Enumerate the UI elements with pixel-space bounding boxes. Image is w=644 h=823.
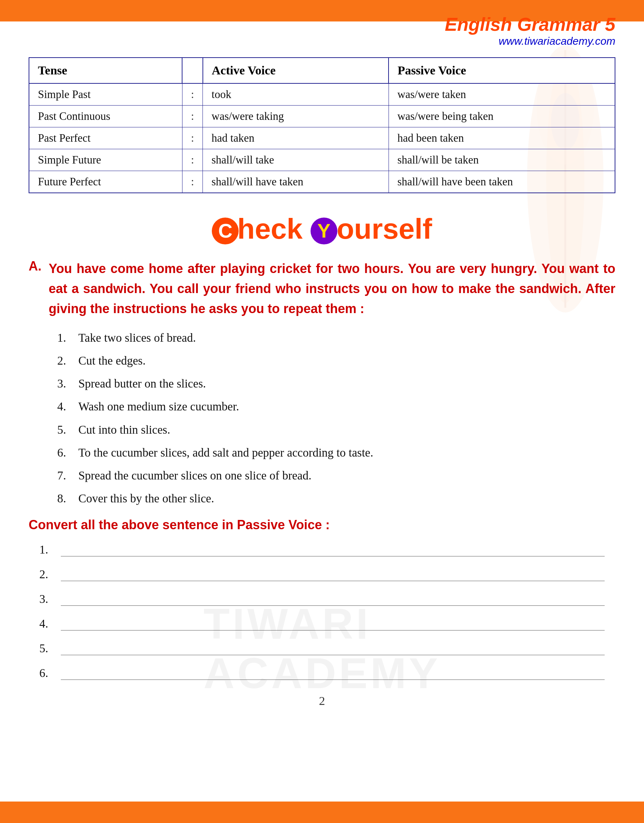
col-active: Active Voice [203, 58, 388, 83]
list-num: 3. [57, 375, 70, 392]
list-item: 5.Cut into thin slices. [57, 421, 615, 438]
website-url: www.tiwariacademy.com [29, 35, 615, 47]
answer-num: 2. [39, 568, 54, 581]
cell-colon: : [182, 106, 203, 127]
col-tense: Tense [29, 58, 182, 83]
answer-line-item: 4. [39, 617, 605, 630]
list-text: Spread butter on the slices. [78, 375, 206, 392]
page-number: 2 [29, 694, 615, 715]
list-item: 8.Cover this by the other slice. [57, 490, 615, 507]
col-passive: Passive Voice [388, 58, 615, 83]
cell-active: took [203, 83, 388, 106]
cell-tense: Simple Past [29, 83, 182, 106]
answer-line-item: 5. [39, 642, 605, 655]
check-ourself: ourself [337, 213, 432, 245]
answer-num: 1. [39, 543, 54, 556]
list-num: 1. [57, 330, 70, 346]
cell-active: was/were taking [203, 106, 388, 127]
answer-line [61, 593, 605, 606]
list-item: 6.To the cucumber slices, add salt and p… [57, 444, 615, 461]
list-text: Take two slices of bread. [78, 330, 196, 346]
cell-tense: Past Continuous [29, 106, 182, 127]
list-num: 5. [57, 421, 70, 438]
check-yourself-heading: Check Yourself [29, 215, 615, 244]
check-y-circle: Y [311, 218, 337, 244]
list-item: 7.Spread the cucumber slices on one slic… [57, 467, 615, 484]
answer-line-item: 3. [39, 593, 605, 606]
cell-colon: : [182, 127, 203, 149]
answer-num: 5. [39, 642, 54, 655]
list-text: Cut into thin slices. [78, 421, 170, 438]
section-a-label: A. [29, 259, 41, 274]
cell-passive: shall/will have been taken [388, 171, 615, 193]
table-row: Simple Past : took was/were taken [29, 83, 615, 106]
cell-colon: : [182, 83, 203, 106]
cell-colon: : [182, 171, 203, 193]
check-c-circle: C [212, 218, 239, 244]
section-a: A. You have come home after playing cric… [29, 259, 615, 319]
answer-num: 3. [39, 593, 54, 606]
list-text: Cover this by the other slice. [78, 490, 214, 507]
cell-tense: Past Perfect [29, 127, 182, 149]
table-row: Past Perfect : had taken had been taken [29, 127, 615, 149]
answer-line [61, 568, 605, 581]
answer-line-item: 6. [39, 667, 605, 680]
list-item: 2.Cut the edges. [57, 352, 615, 369]
cell-passive: had been taken [388, 127, 615, 149]
convert-instruction: Convert all the above sentence in Passiv… [29, 517, 615, 532]
answer-line [61, 642, 605, 655]
list-item: 3.Spread butter on the slices. [57, 375, 615, 392]
list-text: Wash one medium size cucumber. [78, 398, 239, 415]
list-text: To the cucumber slices, add salt and pep… [78, 444, 373, 461]
list-text: Spread the cucumber slices on one slice … [78, 467, 311, 484]
answer-line-item: 1. [39, 543, 605, 556]
cell-passive: was/were taken [388, 83, 615, 106]
cell-tense: Simple Future [29, 149, 182, 171]
section-a-text: You have come home after playing cricket… [49, 259, 615, 319]
list-num: 4. [57, 398, 70, 415]
table-row: Simple Future : shall/will take shall/wi… [29, 149, 615, 171]
list-item: 4.Wash one medium size cucumber. [57, 398, 615, 415]
list-text: Cut the edges. [78, 352, 146, 369]
answer-num: 6. [39, 667, 54, 680]
check-heck: heck [237, 213, 311, 245]
list-item: 1.Take two slices of bread. [57, 330, 615, 346]
answer-line [61, 618, 605, 630]
cell-active: had taken [203, 127, 388, 149]
list-num: 7. [57, 467, 70, 484]
page-header: English Grammar 5 www.tiwariacademy.com [29, 7, 615, 50]
cell-tense: Future Perfect [29, 171, 182, 193]
cell-colon: : [182, 149, 203, 171]
list-num: 2. [57, 352, 70, 369]
answer-num: 4. [39, 617, 54, 630]
cell-passive: shall/will be taken [388, 149, 615, 171]
instructions-list: 1.Take two slices of bread.2.Cut the edg… [57, 330, 615, 507]
list-num: 8. [57, 490, 70, 507]
list-num: 6. [57, 444, 70, 461]
cell-active: shall/will have taken [203, 171, 388, 193]
answer-lines: 1.2.3.4.5.6. [39, 543, 605, 680]
answer-line-item: 2. [39, 568, 605, 581]
cell-passive: was/were being taken [388, 106, 615, 127]
table-row: Future Perfect : shall/will have taken s… [29, 171, 615, 193]
grammar-table: Tense Active Voice Passive Voice Simple … [29, 57, 615, 193]
cell-active: shall/will take [203, 149, 388, 171]
col-spacer [182, 58, 203, 83]
table-row: Past Continuous : was/were taking was/we… [29, 106, 615, 127]
answer-line [61, 544, 605, 556]
answer-line [61, 667, 605, 680]
book-title: English Grammar 5 [29, 14, 615, 35]
